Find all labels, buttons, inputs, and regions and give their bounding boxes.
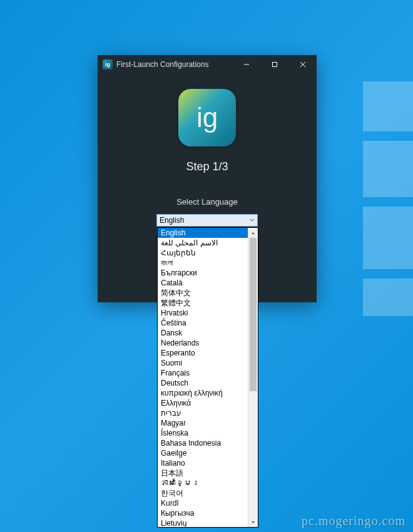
scroll-track[interactable] (248, 238, 258, 517)
language-option[interactable]: Català (158, 278, 248, 288)
language-list[interactable]: Englishالاسم المحلي للغةՀայերենবাংলাБълг… (158, 228, 248, 527)
language-option[interactable]: עברית (158, 408, 248, 418)
step-indicator: Step 1/3 (186, 160, 228, 173)
language-option[interactable]: Кыргызча (158, 508, 248, 518)
language-option[interactable]: Magyar (158, 418, 248, 428)
language-option[interactable]: Français (158, 368, 248, 378)
app-logo-text: ig (196, 102, 218, 133)
language-option[interactable]: Suomi (158, 358, 248, 368)
watermark: pc.mogeringo.com (302, 514, 405, 528)
language-combobox[interactable]: English (156, 214, 258, 227)
language-option[interactable]: Kurdî (158, 498, 248, 508)
language-option[interactable]: Bahasa Indonesia (158, 438, 248, 448)
language-option[interactable]: Nederlands (158, 338, 248, 348)
language-dropdown: Englishالاسم المحلي للغةՀայերենবাংলাБълг… (157, 227, 258, 528)
language-option[interactable]: Български (158, 268, 248, 278)
combobox-value: English (157, 216, 247, 225)
language-option[interactable]: Čeština (158, 318, 248, 328)
maximize-button[interactable] (260, 55, 288, 74)
language-option[interactable]: Lietuvių (158, 518, 248, 527)
language-option[interactable]: Deutsch (158, 378, 248, 388)
titlebar[interactable]: ig First-Launch Configurations (98, 55, 317, 74)
language-option[interactable]: الاسم المحلي للغة (158, 238, 248, 248)
language-option[interactable]: Ελληνικά (158, 398, 248, 408)
language-option[interactable]: 简体中文 (158, 288, 248, 298)
desktop-rays (363, 81, 413, 332)
window-body: ig Step 1/3 Select Language English S et… (98, 74, 317, 238)
scroll-down-icon[interactable] (248, 517, 258, 527)
minimize-button[interactable] (232, 55, 260, 74)
language-option[interactable]: English (158, 228, 248, 238)
app-icon: ig (103, 59, 113, 69)
svg-rect-1 (272, 63, 277, 67)
language-option[interactable]: ភាសាខ្មែរ (158, 478, 248, 488)
language-option[interactable]: Esperanto (158, 348, 248, 358)
language-option[interactable]: Hrvatski (158, 308, 248, 318)
language-option[interactable]: Íslenska (158, 428, 248, 438)
close-button[interactable] (288, 55, 317, 74)
app-logo: ig (178, 89, 236, 146)
language-option[interactable]: 日本語 (158, 468, 248, 478)
language-option[interactable]: বাংলা (158, 258, 248, 268)
scrollbar[interactable] (248, 228, 258, 527)
language-option[interactable]: 繁體中文 (158, 298, 248, 308)
scroll-up-icon[interactable] (248, 228, 258, 238)
language-option[interactable]: Gaeilge (158, 448, 248, 458)
chevron-down-icon (247, 218, 257, 222)
language-option[interactable]: Italiano (158, 458, 248, 468)
language-option[interactable]: Dansk (158, 328, 248, 338)
scroll-thumb[interactable] (250, 238, 257, 391)
language-option[interactable]: Հայերեն (158, 248, 248, 258)
language-option[interactable]: 한국어 (158, 488, 248, 498)
window-title: First-Launch Configurations (116, 60, 232, 69)
select-language-label: Select Language (176, 197, 238, 207)
language-option[interactable]: κυπριακή ελληνική (158, 388, 248, 398)
